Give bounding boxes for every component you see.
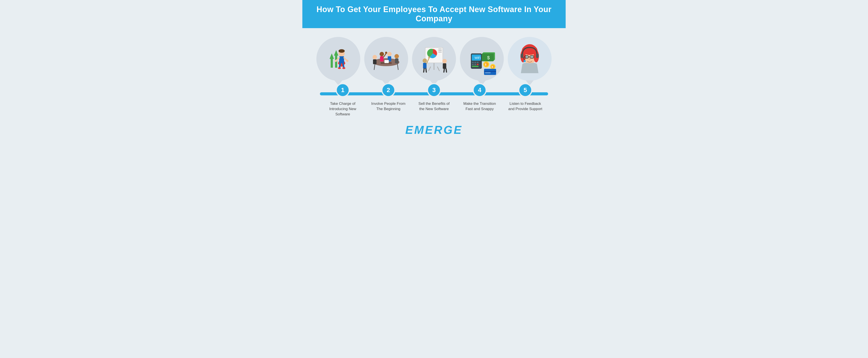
svg-point-28	[395, 54, 399, 58]
bubble-2	[364, 37, 408, 81]
svg-text:$: $	[485, 63, 487, 66]
svg-rect-21	[373, 59, 376, 64]
svg-rect-7	[339, 56, 344, 63]
svg-rect-83	[521, 54, 523, 58]
timeline-item-1: 1 Take Charge of Introducing New Softwar…	[320, 85, 366, 117]
step-label-3: Sell the Benefits of the New Software	[416, 101, 452, 112]
svg-line-44	[426, 68, 426, 72]
svg-rect-84	[536, 54, 539, 58]
svg-text:$: $	[487, 55, 490, 60]
svg-line-48	[446, 69, 446, 72]
svg-text:$: $	[492, 65, 493, 68]
step-label-2: Involve People From The Beginning	[371, 101, 406, 112]
svg-rect-57	[474, 62, 476, 63]
svg-rect-23	[380, 56, 383, 61]
svg-point-26	[387, 52, 392, 56]
svg-point-82	[529, 58, 531, 60]
support-icon	[513, 41, 546, 77]
svg-rect-71	[485, 72, 491, 74]
svg-rect-46	[443, 63, 446, 69]
svg-point-14	[338, 67, 341, 69]
svg-line-32	[429, 66, 431, 71]
bubble-5	[508, 37, 552, 81]
presentation-icon	[416, 41, 452, 77]
svg-line-33	[437, 66, 439, 71]
svg-rect-58	[477, 62, 478, 63]
bubble-3	[412, 37, 456, 81]
svg-line-13	[343, 63, 344, 68]
timeline-items: 1 Take Charge of Introducing New Softwar…	[320, 85, 548, 117]
svg-point-10	[335, 60, 337, 62]
payment-icon: $ WiFi	[464, 41, 499, 77]
svg-text:WiFi: WiFi	[474, 56, 481, 60]
svg-point-11	[346, 60, 348, 62]
brand-logo: EMERGE	[307, 117, 561, 141]
svg-point-39	[423, 58, 427, 63]
step-number-1: 1	[336, 83, 350, 97]
step-number-5: 5	[518, 83, 532, 97]
header-banner: How To Get Your Employees To Accept New …	[302, 0, 566, 28]
illustration-3	[411, 37, 457, 81]
step-number-2: 2	[381, 83, 395, 97]
svg-marker-0	[331, 58, 333, 68]
bubble-4: $ WiFi	[460, 37, 504, 81]
svg-rect-62	[472, 66, 478, 67]
svg-point-25	[385, 52, 387, 54]
infographic: How To Get Your Employees To Accept New …	[302, 0, 566, 145]
illustration-1	[315, 37, 361, 81]
svg-rect-56	[472, 62, 474, 63]
svg-rect-60	[474, 64, 476, 65]
svg-line-12	[339, 63, 340, 68]
svg-rect-61	[477, 64, 478, 65]
svg-marker-1	[330, 53, 334, 59]
svg-line-47	[444, 69, 444, 72]
main-content: $ WiFi	[302, 28, 566, 145]
illustration-2	[363, 37, 409, 81]
svg-point-5	[339, 49, 345, 53]
svg-rect-29	[395, 58, 399, 63]
svg-marker-3	[334, 50, 338, 56]
step-number-3: 3	[427, 83, 441, 97]
timeline-wrapper: 1 Take Charge of Introducing New Softwar…	[307, 85, 561, 117]
step-label-1: Take Charge of Introducing New Software	[325, 101, 360, 117]
timeline-item-4: 4 Make the Transition Fast and Snappy	[457, 85, 502, 117]
svg-rect-40	[423, 63, 427, 68]
svg-point-15	[342, 67, 345, 69]
svg-point-42	[428, 56, 430, 58]
step-label-4: Make the Transition Fast and Snappy	[462, 101, 497, 112]
svg-rect-59	[472, 64, 474, 65]
svg-point-20	[373, 55, 377, 59]
svg-point-81	[531, 56, 533, 58]
meeting-icon	[369, 41, 404, 77]
main-title: How To Get Your Employees To Accept New …	[311, 5, 557, 23]
step-number-4: 4	[473, 83, 487, 97]
svg-line-43	[424, 68, 424, 72]
illustration-5	[507, 37, 553, 81]
svg-point-80	[526, 56, 528, 58]
superhero-icon	[321, 41, 356, 77]
svg-point-45	[442, 59, 447, 63]
illustration-4: $ WiFi	[459, 37, 505, 81]
svg-point-86	[524, 60, 526, 62]
svg-rect-70	[484, 71, 496, 72]
bubble-1	[316, 37, 360, 81]
step-label-5: Listen to Feedback and Provide Support	[508, 101, 543, 112]
illustrations-row: $ WiFi	[307, 37, 561, 81]
timeline-item-5: 5 Listen to Feedback and Provide Support	[502, 85, 548, 117]
timeline-item-2: 2 Involve People From The Beginning	[366, 85, 411, 117]
svg-point-22	[380, 52, 384, 56]
svg-rect-30	[384, 60, 389, 63]
timeline-item-3: 3 Sell the Benefits of the New Software	[411, 85, 457, 117]
